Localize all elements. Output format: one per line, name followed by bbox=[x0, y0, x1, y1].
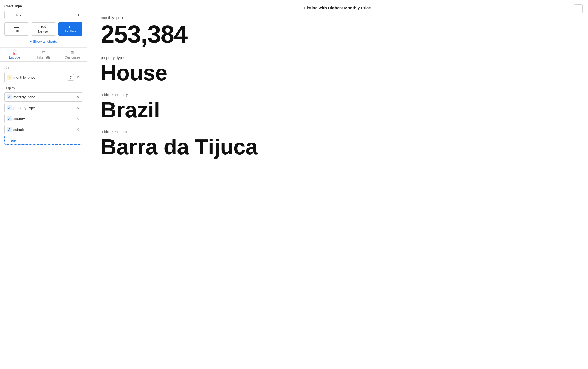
display-field-name-2: country bbox=[13, 117, 74, 121]
right-panel: Listing with Highest Monthly Price ··· m… bbox=[87, 0, 588, 369]
display-field-row-2: A country ✕ bbox=[4, 114, 82, 123]
tab-encode-label: Encode bbox=[9, 56, 20, 59]
tab-encode[interactable]: 📊 Encode bbox=[0, 48, 29, 61]
display-field-delete-button-2[interactable]: ✕ bbox=[76, 116, 80, 121]
sort-arrows-icon: ▲ ▼ bbox=[70, 75, 72, 80]
sort-label: Sort bbox=[4, 66, 82, 70]
sort-field-name: monthly_price bbox=[13, 75, 66, 79]
encode-icon: 📊 bbox=[12, 50, 17, 55]
tab-customize[interactable]: ⊞ Customize bbox=[58, 48, 87, 61]
display-field-row-0: A monthly_price ✕ bbox=[4, 92, 82, 102]
text-type-icon-2: A bbox=[7, 116, 12, 121]
show-all-charts-chevron: ▾ bbox=[30, 39, 32, 44]
variant-table-button[interactable]: Table bbox=[4, 22, 29, 36]
display-field-row-3: A suburb ✕ bbox=[4, 125, 82, 134]
chart-content: monthly_price 253,384 property_type Hous… bbox=[87, 16, 588, 369]
display-field-delete-button-3[interactable]: ✕ bbox=[76, 127, 80, 132]
variant-topitem-button[interactable]: T↑ Top Item bbox=[58, 22, 82, 36]
text-type-icon-0: A bbox=[7, 94, 12, 99]
show-all-charts-label: Show all charts bbox=[33, 39, 57, 44]
add-any-label: + any bbox=[8, 138, 17, 142]
topitem-icon: T↑ bbox=[69, 25, 72, 29]
tabs-row: 📊 Encode ▽ Filter 1 ⊞ Customize bbox=[0, 48, 87, 62]
display-field-name-3: suburb bbox=[13, 128, 74, 132]
customize-icon: ⊞ bbox=[71, 50, 74, 55]
metric-label-1: property_type bbox=[101, 56, 574, 60]
encode-section: Sort # monthly_price ▲ ▼ ✕ Display A mon… bbox=[0, 62, 87, 149]
tab-filter[interactable]: ▽ Filter 1 bbox=[29, 48, 58, 61]
chart-variants: Table 100 Number T↑ Top Item bbox=[4, 22, 82, 36]
tab-customize-label: Customize bbox=[65, 56, 80, 59]
display-field-delete-button-1[interactable]: ✕ bbox=[76, 105, 80, 110]
hash-type-icon: # bbox=[7, 75, 12, 80]
chart-type-selected-label: Text bbox=[16, 13, 78, 17]
sort-direction-button[interactable]: ▲ ▼ bbox=[68, 74, 74, 81]
table-icon bbox=[14, 26, 19, 28]
display-field-delete-button-0[interactable]: ✕ bbox=[76, 94, 80, 100]
metric-label-0: monthly_price bbox=[101, 16, 574, 20]
variant-number-button[interactable]: 100 Number bbox=[31, 22, 56, 36]
metric-block-2: address.country Brazil bbox=[101, 93, 574, 121]
chart-type-dropdown[interactable]: Text ▾ bbox=[4, 11, 82, 19]
chart-type-label: Chart Type bbox=[4, 4, 82, 8]
sort-field-delete-button[interactable]: ✕ bbox=[76, 75, 80, 80]
metric-label-3: address.suburb bbox=[101, 130, 574, 134]
display-field-name-0: monthly_price bbox=[13, 95, 74, 99]
tab-filter-label: Filter 1 bbox=[37, 56, 50, 59]
metric-value-0: 253,384 bbox=[101, 21, 574, 47]
display-label: Display bbox=[4, 86, 82, 90]
metric-value-2: Brazil bbox=[101, 99, 574, 121]
show-all-charts-link[interactable]: ▾ Show all charts bbox=[4, 39, 82, 47]
variant-number-label: Number bbox=[38, 30, 49, 33]
display-field-name-1: property_type bbox=[13, 106, 74, 110]
metric-value-1: House bbox=[101, 61, 574, 84]
filter-badge: 1 bbox=[46, 56, 50, 59]
text-chart-icon bbox=[7, 14, 13, 16]
metric-block-3: address.suburb Barra da Tijuca bbox=[101, 130, 574, 158]
left-panel: Chart Type Text ▾ Table 100 Number bbox=[0, 0, 87, 369]
dropdown-arrow-icon: ▾ bbox=[78, 13, 79, 17]
variant-topitem-label: Top Item bbox=[65, 30, 76, 33]
filter-icon: ▽ bbox=[42, 50, 45, 55]
more-options-icon: ··· bbox=[577, 7, 580, 11]
display-field-row-1: A property_type ✕ bbox=[4, 103, 82, 112]
text-type-icon-3: A bbox=[7, 127, 12, 132]
number-icon: 100 bbox=[41, 25, 47, 29]
metric-value-3: Barra da Tijuca bbox=[101, 136, 574, 158]
variant-table-label: Table bbox=[13, 29, 20, 32]
text-type-icon-1: A bbox=[7, 105, 12, 110]
chart-header: Listing with Highest Monthly Price ··· bbox=[87, 0, 588, 16]
metric-label-2: address.country bbox=[101, 93, 574, 97]
metric-block-0: monthly_price 253,384 bbox=[101, 16, 574, 47]
more-options-button[interactable]: ··· bbox=[574, 4, 583, 13]
add-any-button[interactable]: + any bbox=[4, 136, 82, 145]
sort-field-row: # monthly_price ▲ ▼ ✕ bbox=[4, 72, 82, 82]
metric-block-1: property_type House bbox=[101, 56, 574, 84]
chart-type-section: Chart Type Text ▾ Table 100 Number bbox=[0, 0, 87, 48]
chart-title: Listing with Highest Monthly Price bbox=[304, 5, 371, 10]
